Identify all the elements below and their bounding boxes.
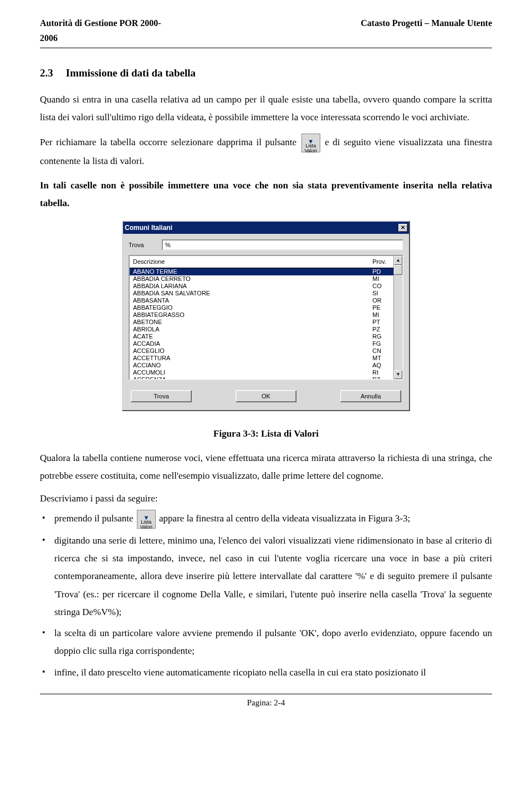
list-item-descrizione: ABANO TERME [130,268,369,275]
list-item[interactable]: ABBASANTAOR [130,297,402,304]
list-item-descrizione: ACCUMOLI [130,369,369,376]
list-item[interactable]: ABRIOLAPZ [130,326,402,333]
list-item-descrizione: ACERENZA [130,376,369,379]
list-item-descrizione: ABBIATEGRASSO [130,311,369,319]
list-item-descrizione: ABBADIA CERRETO [130,275,369,283]
list-header: Descrizione Prov. [130,256,402,268]
paragraph-2: Per richiamare la tabella occorre selezi… [40,134,492,170]
list-item[interactable]: ACATERG [130,333,402,340]
list-col-descrizione: Descrizione [130,256,369,268]
header-rule [40,48,492,48]
dialog-title: Comuni Italiani [125,223,172,233]
footer-rule [40,694,492,694]
scroll-up-icon[interactable]: ▲ [394,256,402,265]
list-item[interactable]: ABBADIA CERRETOMI [130,275,402,283]
step-3: la scelta di un particolare valore avvie… [40,624,492,660]
section-heading: 2.3 Immissione di dati da tabella [40,65,492,81]
comuni-dialog: Comuni Italiani ✕ Trova Descrizione Prov… [122,221,410,412]
icon-label-2: Valori [137,523,155,532]
dialog-button-row: Trova OK Annulla [123,385,409,410]
list-item[interactable]: ACCUMOLIRI [130,369,402,376]
list-item[interactable]: ACERENZAPZ [130,376,402,379]
lista-valori-icon[interactable]: ▼ Lista Valori [301,134,320,152]
header-year: 2006 [40,32,492,45]
find-label: Trova [129,240,157,250]
header-left: Autorità di Gestione POR 2000- [40,17,161,30]
values-listbox[interactable]: Descrizione Prov. ABANO TERMEPDABBADIA C… [129,255,403,380]
figure-caption: Figura 3-3: Lista di Valori [40,427,492,441]
list-item[interactable]: ABBADIA SAN SALVATORESI [130,290,402,297]
list-item[interactable]: ACCETTURAMT [130,355,402,362]
list-item[interactable]: ABBIATEGRASSOMI [130,311,402,319]
list-item[interactable]: ABANO TERMEPD [130,268,402,275]
list-item-descrizione: ABETONE [130,319,369,326]
list-item-descrizione: ABBATEGGIO [130,304,369,311]
paragraph-2a: Per richiamare la tabella occorre selezi… [40,137,300,147]
list-item-descrizione: ABBASANTA [130,297,369,304]
dialog-figure: Comuni Italiani ✕ Trova Descrizione Prov… [40,221,492,412]
find-input[interactable] [162,239,403,250]
page-header: Autorità di Gestione POR 2000- Catasto P… [40,17,492,30]
scroll-thumb[interactable] [394,265,402,275]
list-item[interactable]: ABBATEGGIOPE [130,304,402,311]
step-1b: appare la finestra al centro della videa… [159,513,410,524]
paragraph-1: Quando si entra in una casella relativa … [40,91,492,127]
list-item-descrizione: ABBADIA LARIANA [130,283,369,290]
list-item-descrizione: ABBADIA SAN SALVATORE [130,290,369,297]
close-icon[interactable]: ✕ [398,224,407,232]
lista-valori-icon[interactable]: ▼ Lista Valori [137,510,156,529]
section-number: 2.3 [40,65,63,81]
header-right: Catasto Progetti – Manuale Utente [361,17,492,30]
list-item-descrizione: ABRIOLA [130,326,369,333]
list-item-descrizione: ACCADIA [130,340,369,347]
list-item[interactable]: ABBADIA LARIANACO [130,283,402,290]
find-row: Trova [123,234,409,255]
step-1a: premendo il pulsante [54,513,136,524]
step-4: infine, il dato prescelto viene automati… [40,664,492,682]
list-item-descrizione: ACATE [130,333,369,340]
list-item[interactable]: ACCADIAFG [130,340,402,347]
list-item-descrizione: ACCEGLIO [130,347,369,355]
step-2: digitando una serie di lettere, minimo u… [40,532,492,621]
section-title-text: Immissione di dati da tabella [66,67,196,79]
steps-list: premendo il pulsante ▼ Lista Valori appa… [40,510,492,682]
scrollbar[interactable]: ▲ ▼ [393,256,402,379]
icon-label-2: Valori [302,146,320,156]
page-footer: Pagina: 2-4 [40,697,492,709]
list-item-descrizione: ACCIANO [130,362,369,369]
list-item[interactable]: ABETONEPT [130,319,402,326]
list-item[interactable]: ACCEGLIOCN [130,347,402,355]
paragraph-3: In tali caselle non è possibile immetter… [40,177,492,213]
annulla-button[interactable]: Annulla [340,390,401,402]
paragraph-4: Qualora la tabella contiene numerose voc… [40,449,492,485]
dialog-titlebar: Comuni Italiani ✕ [123,222,409,234]
list-item-descrizione: ACCETTURA [130,355,369,362]
scroll-down-icon[interactable]: ▼ [394,370,402,379]
paragraph-5: Descriviamo i passi da seguire: [40,491,492,506]
list-item[interactable]: ACCIANOAQ [130,362,402,369]
ok-button[interactable]: OK [236,390,296,402]
step-1: premendo il pulsante ▼ Lista Valori appa… [40,510,492,529]
trova-button[interactable]: Trova [131,390,192,402]
